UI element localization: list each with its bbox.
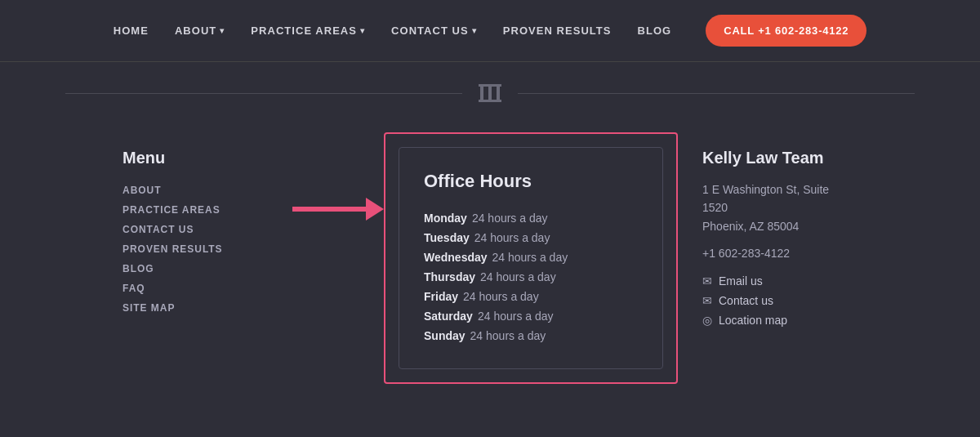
menu-item-practice-areas[interactable]: PRACTICE AREAS xyxy=(122,200,286,220)
menu-item-contact-us[interactable]: CONTACT US xyxy=(122,220,286,239)
time-saturday: 24 hours a day xyxy=(478,310,554,323)
chevron-down-icon: ▾ xyxy=(220,26,225,35)
chevron-down-icon: ▾ xyxy=(472,26,477,35)
menu-title: Menu xyxy=(122,149,286,167)
pillar-icon xyxy=(475,78,505,108)
location-map-label: Location map xyxy=(719,314,787,327)
time-sunday: 24 hours a day xyxy=(470,329,546,342)
hours-row-tuesday: Tuesday 24 hours a day xyxy=(424,228,638,247)
office-hours-title: Office Hours xyxy=(424,171,638,192)
kelly-law-address: 1 E Washington St, Suite 1520Phoenix, AZ… xyxy=(702,181,858,235)
call-button[interactable]: CALL +1 602-283-4122 xyxy=(706,15,866,47)
kelly-law-team-section: Kelly Law Team 1 E Washington St, Suite … xyxy=(678,132,858,330)
time-wednesday: 24 hours a day xyxy=(492,251,568,264)
divider-right xyxy=(518,93,915,94)
office-hours-highlight-box: Office Hours Monday 24 hours a day Tuesd… xyxy=(384,132,678,384)
footer-menu: Menu ABOUT PRACTICE AREAS CONTACT US PRO… xyxy=(122,132,286,318)
menu-item-site-map[interactable]: SITE MAP xyxy=(122,298,286,318)
nav-item-proven-results[interactable]: PROVEN RESULTS xyxy=(503,25,612,37)
time-thursday: 24 hours a day xyxy=(480,270,556,283)
time-friday: 24 hours a day xyxy=(463,290,539,303)
nav-item-home[interactable]: HOME xyxy=(114,25,149,37)
nav-item-blog[interactable]: BLOG xyxy=(638,25,672,37)
contact-us-label: Contact us xyxy=(719,294,773,307)
arrow-shape xyxy=(292,198,384,221)
time-monday: 24 hours a day xyxy=(472,212,548,225)
menu-list: ABOUT PRACTICE AREAS CONTACT US PROVEN R… xyxy=(122,181,286,318)
email-icon: ✉ xyxy=(702,274,712,288)
contact-us-link[interactable]: ✉ Contact us xyxy=(702,291,858,310)
hours-row-friday: Friday 24 hours a day xyxy=(424,287,638,306)
arrow-body xyxy=(292,207,366,212)
navigation: HOME ABOUT ▾ PRACTICE AREAS ▾ CONTACT US… xyxy=(0,0,980,62)
day-thursday: Thursday xyxy=(424,270,475,283)
nav-item-about[interactable]: ABOUT ▾ xyxy=(175,25,225,37)
location-map-link[interactable]: ◎ Location map xyxy=(702,310,858,330)
hours-row-monday: Monday 24 hours a day xyxy=(424,208,638,228)
chevron-down-icon: ▾ xyxy=(360,26,365,35)
time-tuesday: 24 hours a day xyxy=(474,231,550,244)
day-monday: Monday xyxy=(424,212,467,225)
hours-row-sunday: Sunday 24 hours a day xyxy=(424,326,638,346)
kelly-law-title: Kelly Law Team xyxy=(702,149,858,167)
nav-item-practice-areas[interactable]: PRACTICE AREAS ▾ xyxy=(251,25,365,37)
day-saturday: Saturday xyxy=(424,310,473,323)
email-us-label: Email us xyxy=(719,274,763,288)
menu-item-about[interactable]: ABOUT xyxy=(122,181,286,200)
svg-rect-1 xyxy=(488,87,492,100)
svg-rect-2 xyxy=(497,87,500,100)
svg-rect-3 xyxy=(479,100,501,102)
office-hours-card: Office Hours Monday 24 hours a day Tuesd… xyxy=(399,147,663,369)
hours-row-wednesday: Wednesday 24 hours a day xyxy=(424,247,638,267)
location-icon: ◎ xyxy=(702,314,712,327)
day-friday: Friday xyxy=(424,290,458,303)
hours-row-saturday: Saturday 24 hours a day xyxy=(424,306,638,326)
arrow-pointer xyxy=(286,132,384,221)
divider-section xyxy=(0,62,980,116)
arrow-head xyxy=(366,198,384,221)
divider-left xyxy=(65,93,462,94)
menu-item-blog[interactable]: BLOG xyxy=(122,259,286,279)
menu-item-proven-results[interactable]: PROVEN RESULTS xyxy=(122,239,286,259)
hours-row-thursday: Thursday 24 hours a day xyxy=(424,267,638,287)
svg-rect-4 xyxy=(479,84,501,87)
email-us-link[interactable]: ✉ Email us xyxy=(702,271,858,291)
svg-rect-0 xyxy=(480,87,483,100)
main-content: Menu ABOUT PRACTICE AREAS CONTACT US PRO… xyxy=(0,116,980,384)
nav-item-contact-us[interactable]: CONTACT US ▾ xyxy=(391,25,477,37)
menu-item-faq[interactable]: FAQ xyxy=(122,279,286,298)
day-tuesday: Tuesday xyxy=(424,231,470,244)
contact-icon: ✉ xyxy=(702,294,712,307)
day-sunday: Sunday xyxy=(424,329,466,342)
kelly-law-phone: +1 602-283-4122 xyxy=(702,247,858,260)
day-wednesday: Wednesday xyxy=(424,251,488,264)
